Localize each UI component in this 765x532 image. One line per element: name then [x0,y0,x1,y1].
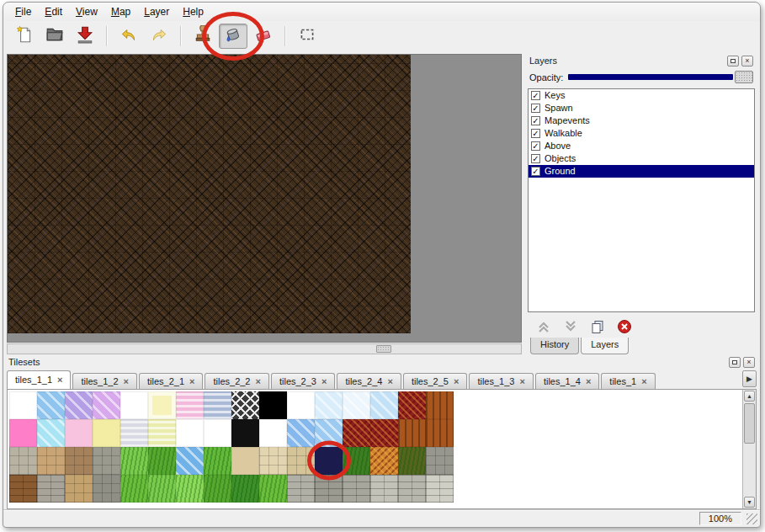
palette-tile[interactable] [426,447,454,475]
menu-help[interactable]: Help [176,4,210,19]
tileset-tab-tiles_2_1[interactable]: tiles_2_1× [139,373,203,389]
tab-close-icon[interactable]: × [321,376,327,386]
tab-close-icon[interactable]: × [189,376,194,386]
tileset-tab-tiles_2_4[interactable]: tiles_2_4× [337,373,401,389]
palette-tile[interactable] [426,475,454,503]
palette-tile[interactable] [370,391,398,419]
palette-tile[interactable] [148,419,176,447]
layer-row-mapevents[interactable]: ✓Mapevents [529,114,754,127]
layer-visibility-checkbox[interactable]: ✓ [531,141,540,151]
opacity-slider[interactable] [568,71,753,83]
palette-tile[interactable] [315,419,343,447]
map-canvas[interactable] [8,55,411,333]
tileset-tab-tiles_1_1[interactable]: tiles_1_1× [7,370,71,390]
layer-row-walkable[interactable]: ✓Walkable [529,127,754,140]
tab-close-icon[interactable]: × [454,376,459,386]
palette-tile[interactable] [343,419,370,447]
tab-history[interactable]: History [530,338,579,354]
palette-tile[interactable] [370,475,398,503]
palette-tile[interactable] [204,447,231,475]
layer-visibility-checkbox[interactable]: ✓ [531,116,540,125]
scrollbar-thumb[interactable] [376,345,391,353]
tab-close-icon[interactable]: × [256,376,261,386]
raise-layer-button[interactable] [534,317,553,336]
palette-tile[interactable] [287,447,315,475]
palette-tile[interactable] [259,447,287,475]
map-horizontal-scrollbar[interactable] [7,343,522,354]
scroll-up-icon[interactable]: ▲ [744,391,755,402]
palette-tile[interactable] [37,447,65,475]
scrollbar-thumb[interactable] [744,403,755,444]
layer-visibility-checkbox[interactable]: ✓ [531,104,540,113]
redo-button[interactable] [145,24,173,49]
palette-tile[interactable] [231,475,259,503]
scroll-down-icon[interactable]: ▼ [744,497,755,508]
layer-row-above[interactable]: ✓Above [529,140,754,152]
palette-tile[interactable] [426,391,454,419]
menu-edit[interactable]: Edit [38,4,69,19]
palette-tile[interactable] [231,391,259,419]
palette-tile[interactable] [398,391,426,419]
open-button[interactable] [40,24,69,49]
tileset-tab-tiles_1[interactable]: tiles_1× [601,373,655,389]
tileset-tab-tiles_2_2[interactable]: tiles_2_2× [205,373,268,389]
tileset-tab-tiles_1_4[interactable]: tiles_1_4× [535,373,599,389]
layer-row-keys[interactable]: ✓Keys [529,89,754,102]
fill-tool-button[interactable] [219,24,247,49]
palette-tile[interactable] [204,391,231,419]
palette-tile[interactable] [176,391,204,419]
layer-visibility-checkbox[interactable]: ✓ [531,129,540,138]
layer-row-spawn[interactable]: ✓Spawn [529,102,754,114]
undo-button[interactable] [114,24,143,49]
palette-tile-dark-blue[interactable] [315,447,343,475]
palette-tile[interactable] [120,419,148,447]
eraser-tool-button[interactable] [249,24,278,49]
palette-tile[interactable] [176,419,204,447]
palette-tile[interactable] [93,391,120,419]
palette-tile[interactable] [343,447,370,475]
tileset-tab-tiles_2_3[interactable]: tiles_2_3× [271,373,335,389]
palette-tile[interactable] [148,447,176,475]
palette-tile[interactable] [65,419,93,447]
delete-layer-button[interactable] [615,317,634,336]
palette-vertical-scrollbar[interactable]: ▲ ▼ [742,390,756,508]
select-rect-tool-button[interactable] [293,24,321,49]
palette-tile[interactable] [343,391,370,419]
palette-tile[interactable] [259,391,287,419]
palette-tile[interactable] [315,475,343,503]
menu-view[interactable]: View [69,4,104,19]
palette-tile[interactable] [120,391,148,419]
tab-close-icon[interactable]: × [124,376,129,386]
palette-tile[interactable] [287,419,315,447]
opacity-slider-handle[interactable] [735,71,753,83]
palette-tile[interactable] [9,475,37,503]
duplicate-layer-button[interactable] [588,317,607,336]
palette-tile[interactable] [259,475,287,503]
palette-tile[interactable] [37,391,65,419]
tab-close-icon[interactable]: × [586,376,591,386]
palette-tile[interactable] [315,391,343,419]
layer-row-ground[interactable]: ✓Ground [529,165,754,178]
close-panel-icon[interactable]: × [741,56,753,66]
palette-tile[interactable] [259,419,287,447]
layer-visibility-checkbox[interactable]: ✓ [531,91,540,100]
new-file-button[interactable] [10,24,39,49]
tileset-tab-tiles_2_5[interactable]: tiles_2_5× [403,373,467,389]
layer-visibility-checkbox[interactable]: ✓ [531,154,540,163]
palette-tile[interactable] [370,419,398,447]
palette-tile[interactable] [204,475,231,503]
palette-tile[interactable] [9,447,37,475]
float-panel-icon[interactable] [727,56,739,66]
palette-tile[interactable] [148,391,176,419]
palette-tile[interactable] [93,419,120,447]
tileset-tab-tiles_1_3[interactable]: tiles_1_3× [469,373,533,389]
tab-close-icon[interactable]: × [57,375,62,385]
palette-tile[interactable] [343,475,370,503]
palette-tile[interactable] [231,419,259,447]
palette-tile[interactable] [148,475,176,503]
palette-tile[interactable] [9,419,37,447]
palette-tile[interactable] [37,419,65,447]
stamp-tool-button[interactable] [189,24,217,49]
palette-tile[interactable] [93,475,120,503]
palette-tile[interactable] [93,447,120,475]
